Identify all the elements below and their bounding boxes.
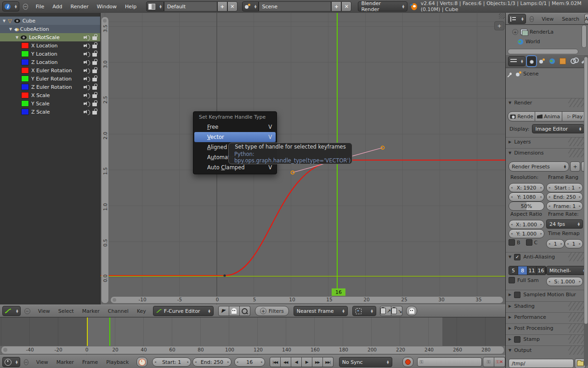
remap-new-field[interactable]: 1 bbox=[565, 239, 583, 248]
aa-samples-segmented[interactable]: 5 8 11 16 bbox=[509, 266, 546, 275]
editor-type-button[interactable] bbox=[508, 14, 526, 24]
aa-sample-16[interactable]: 16 bbox=[537, 266, 546, 275]
antialiasing-checkbox[interactable] bbox=[514, 254, 520, 260]
frame-start-field[interactable]: Start : 1 bbox=[546, 183, 583, 192]
paste-keyframes-button[interactable]: ↘ bbox=[391, 306, 402, 316]
add-layout-button[interactable]: + bbox=[217, 1, 227, 12]
channel-color-swatch[interactable] bbox=[21, 42, 29, 49]
panel-header-shading[interactable]: ▶ Shading bbox=[506, 301, 584, 310]
frame-step-field[interactable]: Frame: 1 bbox=[546, 201, 583, 211]
jump-next-keyframe-button[interactable]: ▶▶ bbox=[312, 357, 323, 367]
channel-row[interactable]: X Scale bbox=[0, 91, 100, 99]
insert-keyframe-button[interactable]: ⚿ bbox=[483, 357, 494, 367]
panel-header-sampled-motion-blur[interactable]: ▶ Sampled Motion Blur bbox=[506, 290, 584, 299]
frame-end-field[interactable]: End: 250 bbox=[546, 192, 583, 201]
create-ghost-button[interactable] bbox=[406, 306, 417, 316]
aa-sample-8[interactable]: 8 bbox=[518, 266, 527, 275]
add-scene-button[interactable]: + bbox=[331, 1, 341, 12]
speaker-icon[interactable] bbox=[84, 35, 90, 40]
screen-layout-icon-button[interactable] bbox=[146, 1, 164, 12]
channel-color-swatch[interactable] bbox=[21, 67, 29, 74]
panel-header-stamp[interactable]: ▶ Stamp bbox=[506, 334, 584, 344]
border-checkbox[interactable] bbox=[509, 239, 515, 246]
filters-button[interactable]: + Filters bbox=[255, 306, 289, 316]
tab-render[interactable] bbox=[527, 56, 536, 66]
panel-header-dimensions[interactable]: ▼ Dimensions bbox=[506, 148, 584, 157]
pivot-point-select[interactable] bbox=[352, 306, 376, 316]
menu-add[interactable]: Add bbox=[48, 4, 66, 10]
unlock-icon[interactable] bbox=[92, 53, 97, 57]
outliner-item-world[interactable]: World bbox=[506, 37, 588, 46]
render-button[interactable]: Rende bbox=[508, 111, 535, 121]
menu-channel[interactable]: Channel bbox=[104, 308, 133, 314]
resolution-x-field[interactable]: X: 1920 bbox=[509, 183, 544, 192]
unlock-icon[interactable] bbox=[92, 61, 97, 65]
stamp-checkbox[interactable] bbox=[514, 336, 520, 343]
render-engine-select[interactable]: Blender Render bbox=[358, 1, 407, 12]
speaker-icon[interactable] bbox=[84, 68, 90, 73]
channel-row[interactable]: Z Location bbox=[0, 58, 100, 66]
channel-row[interactable]: Z Euler Rotation bbox=[0, 83, 100, 91]
keying-set-field[interactable]: ⚿ bbox=[417, 357, 482, 367]
channel-color-swatch[interactable] bbox=[21, 109, 29, 115]
speaker-icon[interactable] bbox=[84, 109, 90, 115]
frame-rate-select[interactable]: 24 fps bbox=[546, 219, 583, 229]
graph-horizontal-scrollbar[interactable]: -10 -5 0 5 10 15 20 25 30 35 bbox=[110, 296, 503, 304]
unlock-icon[interactable] bbox=[92, 36, 97, 40]
menu-marker[interactable]: Marker bbox=[78, 308, 104, 314]
area-resize-corner[interactable] bbox=[499, 13, 505, 19]
chevron-down-icon[interactable]: ▼ bbox=[9, 27, 12, 31]
channel-row[interactable]: Z Scale bbox=[0, 108, 100, 116]
collapse-menus-icon[interactable]: − bbox=[530, 16, 534, 22]
jump-to-start-button[interactable]: |◀◀ bbox=[270, 357, 281, 367]
aa-size-field[interactable]: S: 1.000 bbox=[546, 277, 583, 286]
outliner-scope-select[interactable]: All bbox=[584, 14, 588, 24]
menu-playback[interactable]: Playback bbox=[102, 359, 133, 365]
menu-view[interactable]: View bbox=[34, 308, 54, 314]
timeline-area[interactable]: -40 -20 0 20 40 60 80 100 120 140 160 18… bbox=[0, 316, 505, 355]
aspect-y-field[interactable]: Y: 1.000 bbox=[509, 229, 544, 238]
menu-frame[interactable]: Frame bbox=[78, 359, 102, 365]
properties-scrollbar[interactable] bbox=[584, 55, 588, 366]
outliner-horizontal-scrollbar[interactable] bbox=[508, 49, 578, 54]
copy-keyframes-button[interactable]: ↗ bbox=[380, 306, 391, 316]
channel-color-swatch[interactable] bbox=[21, 59, 29, 65]
play-button[interactable]: ▶ bbox=[302, 357, 312, 367]
tab-scene[interactable] bbox=[537, 56, 547, 66]
output-path-field[interactable]: /tmp/ bbox=[509, 359, 574, 368]
speaker-icon[interactable] bbox=[84, 101, 90, 106]
channel-group-row[interactable]: ▼ LocRotScale bbox=[0, 33, 100, 41]
menu-search[interactable]: Search bbox=[558, 16, 583, 22]
menu-item-vector[interactable]: Vector V bbox=[194, 132, 276, 142]
jump-to-end-button[interactable]: ▶▶| bbox=[323, 357, 334, 367]
delete-scene-button[interactable]: ✕ bbox=[341, 1, 351, 12]
aa-sample-5[interactable]: 5 bbox=[509, 266, 518, 275]
unlock-icon[interactable] bbox=[92, 45, 97, 48]
current-frame-field[interactable]: 16 bbox=[234, 357, 265, 367]
eye-icon[interactable] bbox=[21, 35, 27, 40]
resolution-percent-slider[interactable]: 50% bbox=[509, 201, 544, 211]
graph-vertical-scrollbar[interactable]: 3.5 3.0 2.5 2.0 1.5 1.0 0.5 0.0 bbox=[101, 17, 109, 304]
menu-help[interactable]: Help bbox=[121, 4, 141, 10]
aa-filter-select[interactable]: Mitchell- bbox=[546, 266, 588, 275]
collapse-menus-icon[interactable]: − bbox=[23, 4, 28, 10]
menu-key[interactable]: Key bbox=[133, 308, 150, 314]
channel-row[interactable]: X Euler Rotation bbox=[0, 66, 100, 75]
tab-object[interactable] bbox=[558, 56, 567, 66]
unlock-icon[interactable] bbox=[92, 69, 97, 73]
channel-row[interactable]: Y Euler Rotation bbox=[0, 75, 100, 83]
unlock-icon[interactable] bbox=[92, 111, 97, 115]
channel-row[interactable]: X Location bbox=[0, 41, 100, 50]
eye-icon[interactable] bbox=[14, 19, 20, 23]
zoom-region-button[interactable] bbox=[240, 306, 250, 316]
channel-color-swatch[interactable] bbox=[21, 92, 29, 98]
remap-old-field[interactable]: 1 bbox=[546, 239, 565, 248]
chevron-down-icon[interactable]: ▼ bbox=[3, 19, 6, 23]
channel-color-swatch[interactable] bbox=[21, 51, 29, 57]
add-preset-button[interactable]: + bbox=[570, 161, 580, 172]
panel-header-performance[interactable]: ▶ Performance bbox=[506, 312, 584, 322]
scene-icon-button[interactable] bbox=[242, 1, 259, 12]
tab-constraints[interactable] bbox=[569, 56, 578, 66]
render-presets-select[interactable]: Render Presets bbox=[509, 161, 569, 172]
speaker-icon[interactable] bbox=[84, 85, 90, 90]
